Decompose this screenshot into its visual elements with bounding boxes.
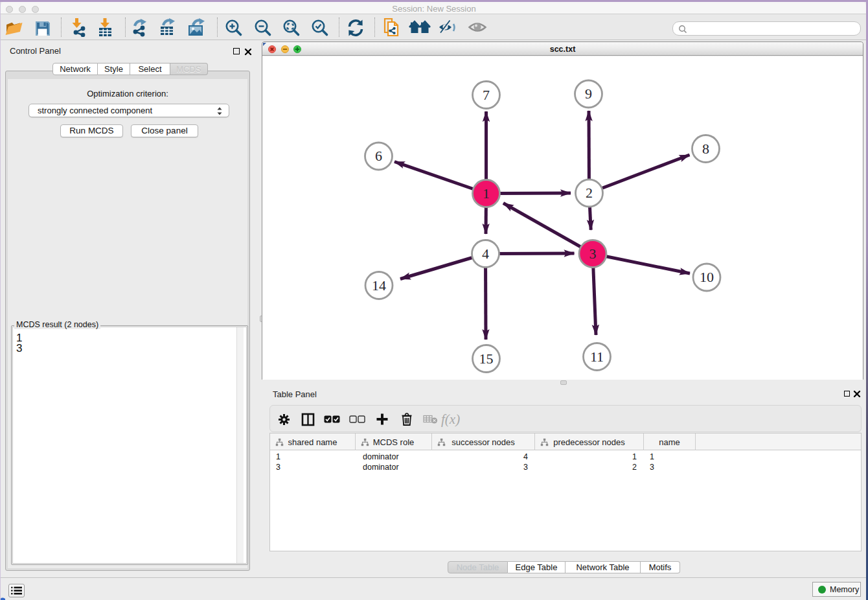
svg-text:11: 11 [590,349,604,365]
svg-text:8: 8 [702,141,709,157]
svg-text:3: 3 [589,246,597,262]
svg-text:2: 2 [586,185,593,201]
svg-text:10: 10 [700,269,714,285]
svg-text:6: 6 [375,148,382,164]
svg-text:1: 1 [483,185,490,202]
svg-text:9: 9 [585,86,592,102]
svg-text:15: 15 [479,351,494,367]
svg-text:7: 7 [483,87,490,103]
svg-text:4: 4 [482,246,489,262]
svg-text:14: 14 [372,277,386,294]
